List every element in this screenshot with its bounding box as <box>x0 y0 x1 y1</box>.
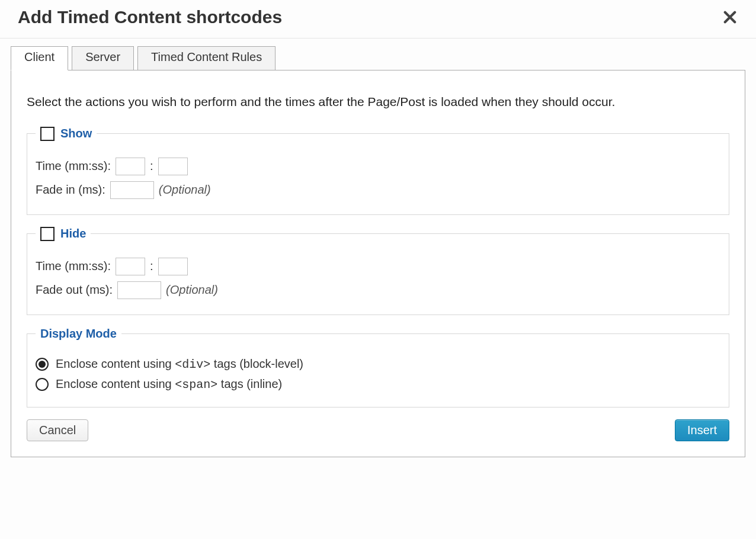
fieldset-hide: Hide Time (mm:ss): : Fade out (ms): (Opt… <box>27 227 729 315</box>
close-button[interactable] <box>722 9 738 25</box>
radio-div-pre: Enclose content using <box>56 357 175 370</box>
input-show-fade[interactable] <box>110 181 154 199</box>
tabpanel-client: Select the actions you wish to perform a… <box>11 70 745 457</box>
tab-server[interactable]: Server <box>72 46 134 70</box>
tab-client[interactable]: Client <box>11 46 68 70</box>
row-hide-time: Time (mm:ss): : <box>36 258 720 275</box>
cancel-button[interactable]: Cancel <box>27 419 88 441</box>
fieldset-show: Show Time (mm:ss): : Fade in (ms): (Opti… <box>27 127 729 215</box>
legend-display-mode-label: Display Mode <box>40 327 117 341</box>
legend-hide-label: Hide <box>60 227 86 240</box>
legend-display-mode: Display Mode <box>36 327 121 341</box>
radio-div-label: Enclose content using <div> tags (block-… <box>56 357 303 371</box>
radio-div[interactable] <box>36 358 49 371</box>
titlebar: Add Timed Content shortcodes <box>0 0 756 38</box>
legend-show: Show <box>36 127 97 141</box>
checkbox-hide[interactable] <box>40 227 55 241</box>
input-hide-fade[interactable] <box>117 281 161 299</box>
legend-hide: Hide <box>36 227 91 241</box>
optional-show-fade: (Optional) <box>159 183 211 197</box>
fieldset-display-mode: Display Mode Enclose content using <div>… <box>27 327 729 408</box>
button-row: Cancel Insert <box>27 419 729 441</box>
row-show-fade: Fade in (ms): (Optional) <box>36 181 720 199</box>
legend-show-label: Show <box>60 127 92 140</box>
radio-row-span[interactable]: Enclose content using <span> tags (inlin… <box>36 377 720 392</box>
dialog: Add Timed Content shortcodes Client Serv… <box>0 0 756 539</box>
label-show-time: Time (mm:ss): <box>36 159 111 173</box>
input-show-mm[interactable] <box>116 158 145 175</box>
intro-text: Select the actions you wish to perform a… <box>27 92 729 113</box>
radio-span-label: Enclose content using <span> tags (inlin… <box>56 377 282 392</box>
optional-hide-fade: (Optional) <box>166 283 218 297</box>
radio-div-code: <div> <box>175 358 210 371</box>
dialog-body: Client Server Timed Content Rules Select… <box>0 38 756 468</box>
label-hide-time: Time (mm:ss): <box>36 259 111 273</box>
label-show-fade: Fade in (ms): <box>36 183 105 197</box>
label-hide-fade: Fade out (ms): <box>36 283 113 297</box>
input-show-ss[interactable] <box>158 158 188 175</box>
input-hide-ss[interactable] <box>158 258 188 275</box>
tab-rules[interactable]: Timed Content Rules <box>137 46 276 70</box>
row-hide-fade: Fade out (ms): (Optional) <box>36 281 720 299</box>
radio-span-code: <span> <box>175 378 217 392</box>
radio-div-post: tags (block-level) <box>210 357 303 370</box>
dialog-title: Add Timed Content shortcodes <box>18 7 282 27</box>
tabstrip: Client Server Timed Content Rules <box>11 46 745 70</box>
colon-show: : <box>150 159 153 173</box>
radio-span-pre: Enclose content using <box>56 377 175 390</box>
colon-hide: : <box>150 259 153 273</box>
radio-span[interactable] <box>36 378 49 391</box>
radio-row-div[interactable]: Enclose content using <div> tags (block-… <box>36 357 720 371</box>
input-hide-mm[interactable] <box>116 258 145 275</box>
checkbox-show[interactable] <box>40 127 55 141</box>
radio-span-post: tags (inline) <box>217 377 282 390</box>
close-icon <box>723 11 736 24</box>
insert-button[interactable]: Insert <box>675 419 729 441</box>
row-show-time: Time (mm:ss): : <box>36 158 720 175</box>
